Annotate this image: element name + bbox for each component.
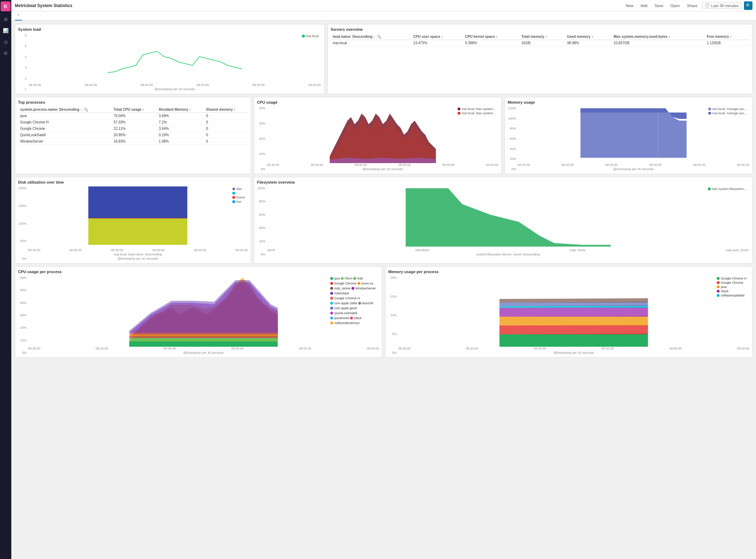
save-button[interactable]: Save bbox=[652, 3, 665, 8]
svg-rect-3 bbox=[88, 186, 187, 218]
disk-util-title: Disk utilization over time bbox=[18, 180, 248, 184]
top-processes-table: system.process.name: Descending ↓ 🔍 Tota… bbox=[18, 106, 248, 145]
table-row: java70.04%3.69%0 bbox=[18, 113, 248, 119]
dashboard-content: System load 6 5 4 3 2 1 bbox=[11, 21, 756, 559]
sidebar-icon-dashboard[interactable]: 📊 bbox=[1, 25, 11, 35]
memory-per-process-svg bbox=[398, 276, 749, 347]
filesystem-panel: Filesystem overview Max system.filesyste… bbox=[254, 177, 752, 264]
sidebar-icon-home[interactable]: ⊞ bbox=[1, 14, 11, 24]
top-processes-panel: Top processes system.process.name: Desce… bbox=[15, 97, 251, 174]
col-shared-mem[interactable]: Shared memory ↕ bbox=[204, 106, 248, 113]
col-max-mem[interactable]: Max system.memory.used.bytes ↕ bbox=[611, 34, 705, 40]
memory-usage-svg bbox=[518, 106, 749, 163]
cpu-per-process-title: CPU usage per process bbox=[18, 270, 379, 274]
app-logo[interactable]: K bbox=[1, 1, 11, 11]
cpu-per-process-x-axis: @timestamp per 30 seconds bbox=[28, 351, 379, 355]
system-load-chart-inner: mar.local 08:35:00 08:40:00 08:45:00 08:… bbox=[28, 34, 321, 91]
memory-usage-chart: mar.local: Average sys... mar.local: Ave… bbox=[508, 106, 749, 171]
cpu-per-process-svg bbox=[28, 276, 379, 347]
col-cpu-user[interactable]: CPU user space ↕ bbox=[411, 34, 463, 40]
servers-table: beat.name: Descending ↓ 🔍 CPU user space… bbox=[331, 34, 749, 46]
row-1: System load 6 5 4 3 2 1 bbox=[15, 24, 752, 94]
col-procname[interactable]: system.process.name: Descending ↓ 🔍 bbox=[18, 106, 111, 113]
system-load-title: System load bbox=[18, 27, 321, 31]
disk-util-svg bbox=[28, 186, 248, 248]
sidebar-icon-settings[interactable]: ⚙ bbox=[1, 48, 11, 58]
row-4: CPU usage per process java iTerm mds Goo… bbox=[15, 266, 752, 358]
sidebar-icon-discover[interactable]: ◎ bbox=[1, 37, 11, 47]
time-filter[interactable]: 🕐 Last 30 minutes bbox=[702, 2, 741, 9]
memory-usage-title: Memory usage bbox=[508, 100, 749, 104]
servers-overview-title: Servers overview bbox=[331, 27, 749, 31]
filesystem-chart: Max system.filesystem... 100% 80% 60% 40… bbox=[257, 186, 749, 256]
system-load-svg bbox=[28, 34, 321, 83]
system-load-panel: System load 6 5 4 3 2 1 bbox=[15, 24, 325, 94]
col-total-mem[interactable]: Total memory ↕ bbox=[519, 34, 565, 40]
memory-usage-panel: Memory usage mar.local: Average sys... m… bbox=[505, 97, 752, 174]
col-used-mem[interactable]: Used memory ↕ bbox=[565, 34, 611, 40]
col-cpu-total[interactable]: Total CPU usage ↕ bbox=[111, 106, 157, 113]
memory-per-process-chart: Google Chrome H Google Chrome java Slack… bbox=[388, 276, 749, 355]
cpu-usage-title: CPU usage bbox=[257, 100, 499, 104]
svg-rect-1 bbox=[580, 108, 658, 113]
tab-bar: * bbox=[11, 11, 756, 21]
table-row: Google Chrome H57.93%7.2%0 bbox=[18, 119, 248, 126]
search-button[interactable]: 🔍 bbox=[744, 1, 752, 10]
cpu-usage-chart: mar.local: Max system... mar.local: Max … bbox=[257, 106, 499, 171]
svg-rect-0 bbox=[580, 108, 658, 158]
filesystem-title: Filesystem overview bbox=[257, 180, 749, 184]
cpu-usage-svg bbox=[267, 106, 499, 163]
cpu-per-process-chart: java iTerm mds Google Chrome zoom.us mds… bbox=[18, 276, 379, 355]
table-row: WindowServer16.83%1.08%0 bbox=[18, 138, 248, 145]
memory-per-process-panel: Memory usage per process Google Chrome H… bbox=[385, 266, 752, 358]
sidebar: K ⊞ 📊 ◎ ⚙ bbox=[0, 0, 11, 559]
topbar-actions: New Add Save Open Share 🕐 Last 30 minute… bbox=[623, 1, 752, 10]
servers-overview-panel: Servers overview beat.name: Descending ↓… bbox=[327, 24, 752, 94]
cpu-usage-x-axis: @timestamp per 30 seconds bbox=[267, 167, 499, 171]
row-3: Disk utilization over time /dev / /home … bbox=[15, 177, 752, 264]
disk-util-x-axis: @timestamp per 30 seconds bbox=[28, 257, 248, 260]
svg-rect-2 bbox=[580, 158, 686, 163]
table-row: QuickLookSatell20.85%0.19%0 bbox=[18, 132, 248, 138]
new-button[interactable]: New bbox=[623, 3, 635, 8]
cpu-per-process-panel: CPU usage per process java iTerm mds Goo… bbox=[15, 266, 382, 358]
top-processes-title: Top processes bbox=[18, 100, 248, 104]
system-load-chart: 6 5 4 3 2 1 mar.local bbox=[18, 34, 321, 91]
main-area: Metricbeat System Statistics New Add Sav… bbox=[11, 0, 756, 559]
time-filter-label: Last 30 minutes bbox=[711, 4, 739, 8]
tab-main[interactable]: * bbox=[15, 11, 22, 21]
share-button[interactable]: Share bbox=[685, 3, 699, 8]
page-title: Metricbeat System Statistics bbox=[15, 3, 623, 8]
row-2: Top processes system.process.name: Desce… bbox=[15, 97, 752, 174]
col-res-mem[interactable]: Resident Memory ↕ bbox=[157, 106, 204, 113]
disk-util-chart: /dev / /home /net 200% 150% 100% 50% 0% bbox=[18, 186, 248, 260]
y-axis-load: 6 5 4 3 2 1 bbox=[18, 34, 28, 91]
topbar: Metricbeat System Statistics New Add Sav… bbox=[11, 0, 756, 11]
system-load-legend: mar.local bbox=[302, 34, 319, 39]
memory-per-process-x-axis: @timestamp per 30 seconds bbox=[398, 351, 749, 355]
clock-icon: 🕐 bbox=[705, 3, 710, 8]
memory-per-process-title: Memory usage per process bbox=[388, 270, 749, 274]
filesystem-svg bbox=[267, 186, 749, 248]
col-cpu-kernel[interactable]: CPU kernel space ↕ bbox=[463, 34, 519, 40]
cpu-usage-panel: CPU usage mar.local: Max system... mar.l… bbox=[254, 97, 502, 174]
open-button[interactable]: Open bbox=[668, 3, 682, 8]
table-row: Google Chrome22.11%3.64%0 bbox=[18, 126, 248, 132]
table-row: mar.local 13.473% 5.398% 16GB 98.98% 15.… bbox=[331, 40, 749, 46]
col-beatname[interactable]: beat.name: Descending ↓ 🔍 bbox=[331, 34, 411, 40]
svg-rect-4 bbox=[88, 218, 187, 245]
disk-util-panel: Disk utilization over time /dev / /home … bbox=[15, 177, 251, 264]
system-load-x-axis: @timestamp per 30 seconds bbox=[28, 87, 321, 91]
filesystem-x-axis: system.filesystem.device_name: Descendin… bbox=[267, 253, 749, 256]
memory-usage-x-axis: @timestamp per 30 seconds bbox=[518, 167, 749, 171]
add-button[interactable]: Add bbox=[638, 3, 650, 8]
col-free-mem[interactable]: Free memory ↕ bbox=[705, 34, 749, 40]
disk-util-sub: mar.local: beat.name: Descending bbox=[28, 253, 248, 256]
